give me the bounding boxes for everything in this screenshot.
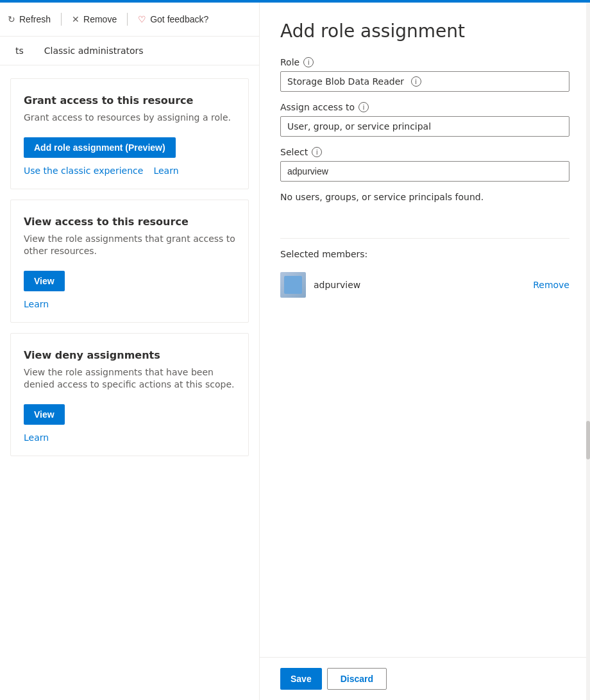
refresh-label: Refresh	[19, 14, 51, 24]
view-deny-learn-link[interactable]: Learn	[24, 432, 49, 443]
role-info-icon[interactable]: i	[303, 57, 314, 67]
assign-access-value[interactable]: User, group, or service principal	[280, 116, 569, 137]
selected-members-label: Selected members:	[280, 249, 569, 259]
role-section: Role i Storage Blob Data Reader i	[280, 57, 569, 92]
grant-access-links: Use the classic experience Learn	[24, 166, 235, 176]
grant-learn-link[interactable]: Learn	[153, 166, 178, 176]
member-avatar	[280, 272, 306, 298]
role-value-info-icon[interactable]: i	[411, 76, 421, 87]
main-content: Grant access to this resource Grant acce…	[0, 65, 259, 469]
view-deny-card: View deny assignments View the role assi…	[10, 333, 249, 456]
member-remove-link[interactable]: Remove	[533, 280, 569, 290]
refresh-icon: ↻	[8, 14, 15, 24]
view-access-learn-link[interactable]: Learn	[24, 299, 49, 309]
role-label: Role i	[280, 57, 569, 67]
role-value-display[interactable]: Storage Blob Data Reader i	[280, 71, 569, 92]
grant-access-title: Grant access to this resource	[24, 94, 235, 107]
select-label: Select i	[280, 147, 569, 157]
search-empty-message: No users, groups, or service principals …	[280, 182, 569, 212]
view-access-title: View access to this resource	[24, 216, 235, 228]
discard-button[interactable]: Discard	[327, 668, 387, 690]
assign-access-text: User, group, or service principal	[287, 121, 431, 132]
refresh-button[interactable]: ↻ Refresh	[0, 10, 58, 28]
tab-role-assignments[interactable]: ts	[10, 43, 29, 58]
grant-access-card: Grant access to this resource Grant acce…	[10, 78, 249, 189]
tabs-row: ts Classic administrators	[0, 37, 259, 65]
member-name: adpurview	[314, 280, 525, 290]
toolbar-divider-2	[127, 13, 128, 26]
scrollbar-track[interactable]	[586, 3, 590, 700]
remove-icon: ✕	[72, 14, 80, 24]
view-deny-title: View deny assignments	[24, 349, 235, 361]
view-access-desc: View the role assignments that grant acc…	[24, 233, 235, 258]
feedback-button[interactable]: ♡ Got feedback?	[130, 10, 216, 28]
view-access-button[interactable]: View	[24, 271, 65, 291]
view-deny-button[interactable]: View	[24, 404, 65, 425]
panel-footer: Save Discard	[260, 657, 590, 700]
view-deny-links: Learn	[24, 432, 235, 443]
remove-button[interactable]: ✕ Remove	[64, 10, 124, 28]
select-section: Select i No users, groups, or service pr…	[280, 147, 569, 212]
scrollbar-thumb[interactable]	[586, 421, 590, 459]
select-input[interactable]	[280, 161, 569, 182]
add-role-assignment-button[interactable]: Add role assignment (Preview)	[24, 137, 176, 158]
view-deny-desc: View the role assignments that have been…	[24, 366, 235, 391]
tab-classic-admins[interactable]: Classic administrators	[39, 43, 149, 58]
left-panel: ↻ Refresh ✕ Remove ♡ Got feedback? ts Cl…	[0, 3, 260, 700]
classic-experience-link[interactable]: Use the classic experience	[24, 166, 143, 176]
select-info-icon[interactable]: i	[312, 147, 322, 157]
grant-access-desc: Grant access to resources by assigning a…	[24, 112, 235, 124]
remove-label: Remove	[83, 14, 117, 24]
assign-info-icon[interactable]: i	[358, 102, 369, 112]
save-button[interactable]: Save	[280, 668, 322, 690]
feedback-label: Got feedback?	[150, 14, 208, 24]
toolbar-divider-1	[61, 13, 62, 26]
right-panel: Add role assignment Role i Storage Blob …	[260, 3, 590, 700]
assign-access-label: Assign access to i	[280, 102, 569, 112]
toolbar: ↻ Refresh ✕ Remove ♡ Got feedback?	[0, 3, 259, 37]
role-value: Storage Blob Data Reader	[287, 76, 404, 87]
selected-members-section: Selected members: adpurview Remove	[280, 238, 569, 303]
member-row: adpurview Remove	[280, 267, 569, 303]
panel-title: Add role assignment	[280, 21, 569, 42]
view-access-links: Learn	[24, 299, 235, 309]
heart-icon: ♡	[138, 14, 146, 24]
assign-access-section: Assign access to i User, group, or servi…	[280, 102, 569, 137]
avatar-inner	[284, 276, 302, 294]
view-access-card: View access to this resource View the ro…	[10, 200, 249, 323]
